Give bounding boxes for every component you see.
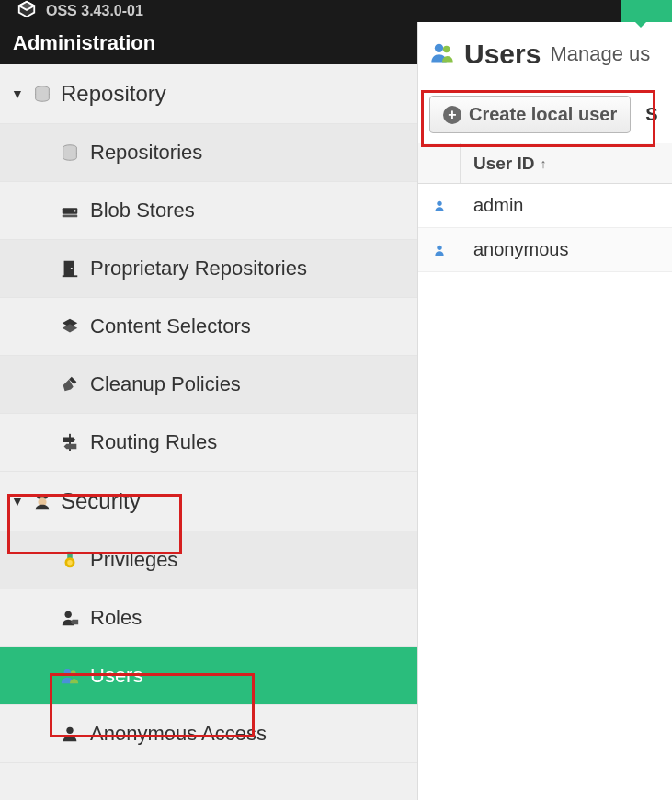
sidebar-item-blob-stores[interactable]: Blob Stores xyxy=(0,182,417,240)
users-table: User ID ↑ admin anonymous xyxy=(418,143,672,272)
toolbar: + Create local user S xyxy=(418,86,672,143)
sidebar-item-roles[interactable]: Roles xyxy=(0,589,417,647)
product-version: OSS 3.43.0-01 xyxy=(46,3,143,19)
table-row[interactable]: anonymous xyxy=(418,228,672,272)
sidebar-item-proprietary-repositories[interactable]: Proprietary Repositories xyxy=(0,240,417,298)
table-header: User ID ↑ xyxy=(418,143,672,184)
sidebar-item-label: Privileges xyxy=(90,548,177,572)
column-user-id[interactable]: User ID ↑ xyxy=(461,154,672,174)
caret-down-icon: ▼ xyxy=(11,494,24,509)
sidebar-group-label: Repository xyxy=(61,81,166,107)
table-row[interactable]: admin xyxy=(418,184,672,228)
sidebar-item-content-selectors[interactable]: Content Selectors xyxy=(0,298,417,356)
svg-point-28 xyxy=(437,245,441,249)
sidebar-group-label: Security xyxy=(61,488,141,514)
sidebar-item-anonymous-access[interactable]: Anonymous Access xyxy=(0,705,417,763)
svg-rect-9 xyxy=(63,275,78,277)
hdd-icon xyxy=(55,200,85,221)
svg-marker-14 xyxy=(64,444,77,450)
toolbar-extra-text: S xyxy=(645,104,657,125)
sidebar-item-label: Content Selectors xyxy=(90,314,251,338)
sidebar-item-routing-rules[interactable]: Routing Rules xyxy=(0,414,417,472)
sidebar-group-security[interactable]: ▼ Security xyxy=(0,472,417,531)
signpost-icon xyxy=(55,432,85,452)
svg-point-22 xyxy=(64,669,71,676)
officer-icon xyxy=(29,491,55,511)
user-icon xyxy=(55,724,85,744)
main-panel: Users Manage us + Create local user S Us… xyxy=(418,22,672,800)
svg-point-27 xyxy=(437,200,441,205)
user-icon xyxy=(418,243,461,257)
user-id-cell: anonymous xyxy=(461,239,672,260)
page-header: Users Manage us xyxy=(418,22,672,86)
page-title: Users xyxy=(464,39,541,70)
svg-point-8 xyxy=(71,268,73,269)
top-right-indicator xyxy=(621,0,672,22)
sidebar: Administration ▼ Repository Repositories xyxy=(0,22,418,800)
sidebar-item-label: Roles xyxy=(90,606,142,630)
create-button-label: Create local user xyxy=(469,104,617,125)
sidebar-item-repositories[interactable]: Repositories xyxy=(0,124,417,182)
database-icon xyxy=(55,143,85,163)
door-icon xyxy=(55,258,85,279)
medal-icon xyxy=(55,550,85,570)
column-icon-spacer xyxy=(418,143,461,183)
svg-marker-13 xyxy=(63,438,76,443)
users-icon xyxy=(429,40,455,69)
svg-point-5 xyxy=(74,210,75,211)
svg-point-23 xyxy=(71,670,76,676)
svg-rect-6 xyxy=(63,215,78,218)
product-logo-icon xyxy=(17,0,37,23)
user-icon xyxy=(418,199,461,213)
sidebar-item-label: Blob Stores xyxy=(90,199,195,223)
sidebar-item-users[interactable]: Users xyxy=(0,647,417,705)
user-tag-icon xyxy=(55,608,85,628)
broom-icon xyxy=(55,374,85,394)
create-local-user-button[interactable]: + Create local user xyxy=(429,96,631,133)
user-id-cell: admin xyxy=(461,195,672,216)
sidebar-item-label: Routing Rules xyxy=(90,430,217,454)
sidebar-item-label: Repositories xyxy=(90,141,202,165)
plus-circle-icon: + xyxy=(443,106,461,124)
users-icon xyxy=(55,666,85,686)
svg-point-19 xyxy=(67,560,73,566)
sidebar-title: Administration xyxy=(0,22,417,64)
svg-point-20 xyxy=(65,611,72,618)
top-bar: OSS 3.43.0-01 xyxy=(0,0,672,22)
caret-down-icon: ▼ xyxy=(11,86,24,101)
sidebar-item-privileges[interactable]: Privileges xyxy=(0,531,417,589)
sort-asc-icon: ↑ xyxy=(541,156,547,171)
sidebar-item-label: Users xyxy=(90,664,142,688)
svg-point-24 xyxy=(66,727,73,734)
sidebar-item-cleanup-policies[interactable]: Cleanup Policies xyxy=(0,356,417,414)
sidebar-item-label: Proprietary Repositories xyxy=(90,257,307,280)
page-subtitle: Manage us xyxy=(550,42,650,66)
database-icon xyxy=(29,84,55,104)
svg-rect-17 xyxy=(67,552,73,558)
svg-rect-7 xyxy=(64,261,74,277)
sidebar-item-label: Anonymous Access xyxy=(90,722,267,746)
svg-point-25 xyxy=(435,44,443,52)
sidebar-group-repository[interactable]: ▼ Repository xyxy=(0,64,417,124)
layers-icon xyxy=(55,316,85,337)
svg-marker-11 xyxy=(63,324,78,332)
svg-point-26 xyxy=(443,46,450,52)
sidebar-item-label: Cleanup Policies xyxy=(90,372,241,396)
column-header-label: User ID xyxy=(473,154,535,174)
